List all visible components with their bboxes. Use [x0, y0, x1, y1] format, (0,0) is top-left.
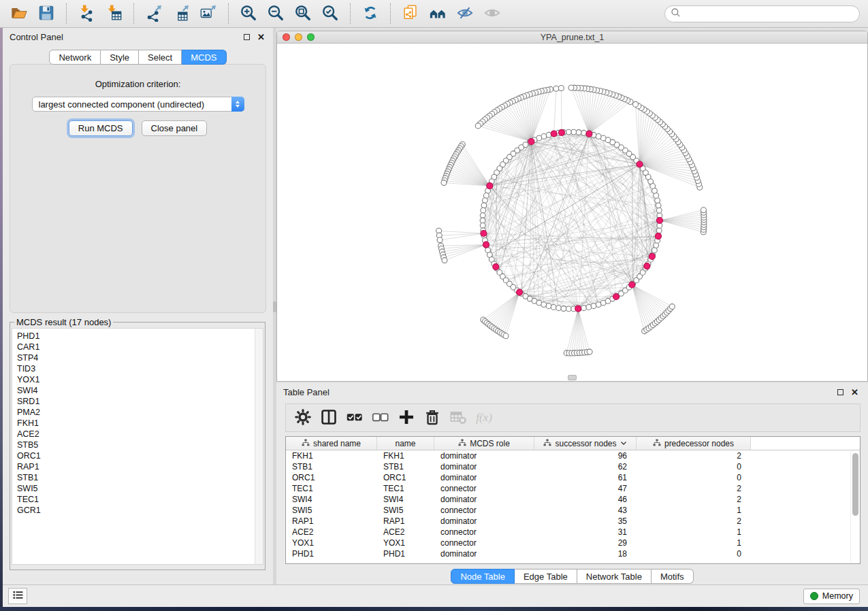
export-table-button[interactable]: [171, 3, 191, 24]
table-tab-network-table[interactable]: Network Table: [577, 569, 652, 584]
table-row[interactable]: PHD1PHD1dominator180: [286, 548, 860, 559]
circle-node[interactable]: [566, 129, 571, 135]
circle-node[interactable]: [656, 208, 662, 213]
mcds-result-item[interactable]: ACE2: [17, 429, 253, 440]
column-header-successor-nodes[interactable]: successor nodes: [534, 437, 637, 450]
deselect-all-columns-button[interactable]: [370, 408, 391, 428]
circle-node[interactable]: [561, 306, 566, 312]
satellite-node[interactable]: [441, 180, 447, 186]
circle-node[interactable]: [596, 134, 601, 139]
satellite-node[interactable]: [587, 349, 592, 354]
circle-node[interactable]: [586, 305, 592, 310]
export-image-button[interactable]: [198, 3, 219, 24]
mcds-list-scrollbar[interactable]: [255, 329, 263, 564]
table-row[interactable]: RAP1RAP1dominator352: [286, 516, 860, 527]
apply-layout-button[interactable]: [360, 3, 381, 24]
satellite-node[interactable]: [568, 85, 574, 90]
automation-panel-button[interactable]: [8, 588, 27, 604]
dominator-node[interactable]: [649, 253, 655, 259]
circle-node[interactable]: [481, 208, 486, 213]
mcds-result-item[interactable]: FKH1: [17, 418, 253, 429]
table-row[interactable]: STB1STB1dominator620: [286, 461, 860, 472]
tab-style[interactable]: Style: [101, 50, 139, 65]
table-row[interactable]: ORC1ORC1dominator610: [286, 472, 860, 483]
circle-node[interactable]: [581, 306, 587, 311]
circle-node[interactable]: [654, 243, 659, 248]
table-row[interactable]: FKH1FKH1dominator962: [286, 450, 860, 461]
table-row[interactable]: TEC1TEC1connector472: [286, 483, 860, 494]
mcds-result-item[interactable]: TID3: [17, 363, 253, 374]
dominator-node[interactable]: [483, 242, 489, 248]
dominator-node[interactable]: [493, 264, 499, 270]
network-from-selection-button[interactable]: [400, 3, 421, 24]
circle-node[interactable]: [480, 223, 485, 229]
circle-node[interactable]: [480, 213, 485, 218]
circle-node[interactable]: [581, 130, 587, 135]
import-network-button[interactable]: [76, 3, 97, 24]
zoom-out-button[interactable]: [266, 3, 286, 24]
dominator-node[interactable]: [644, 263, 650, 269]
dominator-node[interactable]: [517, 289, 523, 295]
export-network-button[interactable]: [144, 3, 164, 24]
mcds-result-item[interactable]: PMA2: [17, 407, 253, 418]
circle-node[interactable]: [481, 203, 487, 208]
dominator-node[interactable]: [629, 282, 635, 288]
dominator-node[interactable]: [551, 131, 557, 137]
satellite-node[interactable]: [633, 101, 639, 107]
mcds-result-item[interactable]: YOX1: [17, 374, 253, 385]
dominator-node[interactable]: [575, 306, 581, 312]
import-table-button[interactable]: [103, 3, 124, 24]
dominator-node[interactable]: [559, 129, 565, 135]
memory-button[interactable]: Memory: [803, 589, 860, 604]
delete-columns-button[interactable]: [422, 408, 443, 428]
table-tab-motifs[interactable]: Motifs: [652, 569, 694, 584]
mcds-result-item[interactable]: STB1: [17, 472, 253, 483]
dominator-node[interactable]: [657, 218, 663, 224]
zoom-in-button[interactable]: [238, 3, 259, 24]
circle-node[interactable]: [546, 303, 551, 309]
circle-node[interactable]: [483, 198, 488, 203]
circle-node[interactable]: [556, 306, 562, 311]
float-table-panel-icon[interactable]: [837, 389, 843, 395]
circle-node[interactable]: [656, 228, 662, 233]
column-header-MCDS-role[interactable]: MCDS role: [434, 437, 534, 450]
float-panel-icon[interactable]: [244, 34, 250, 40]
mcds-result-item[interactable]: SRD1: [17, 396, 253, 407]
close-panel-button[interactable]: Close panel: [142, 120, 208, 136]
satellite-node[interactable]: [437, 237, 443, 243]
close-panel-icon[interactable]: ✕: [257, 33, 265, 42]
satellite-node[interactable]: [558, 86, 564, 91]
first-neighbors-button[interactable]: [428, 3, 448, 24]
satellite-node[interactable]: [503, 333, 509, 339]
column-header-predecessor-nodes[interactable]: predecessor nodes: [637, 437, 751, 450]
tab-network[interactable]: Network: [49, 50, 101, 65]
dominator-node[interactable]: [481, 231, 487, 237]
table-settings-button[interactable]: [293, 408, 313, 428]
table-row[interactable]: YOX1YOX1connector291: [286, 538, 860, 548]
table-row[interactable]: SWI5SWI5connector431: [286, 505, 860, 516]
satellite-node[interactable]: [669, 304, 675, 310]
table-row[interactable]: SWI4SWI4dominator462: [286, 494, 860, 505]
table-row[interactable]: ACE2ACE2connector311: [286, 527, 860, 538]
circle-node[interactable]: [483, 193, 489, 199]
mcds-result-item[interactable]: STB5: [17, 440, 253, 450]
dominator-node[interactable]: [613, 294, 620, 300]
circle-node[interactable]: [576, 130, 581, 135]
satellite-node[interactable]: [475, 123, 481, 129]
network-canvas[interactable]: [277, 44, 867, 381]
table-scrollbar[interactable]: [850, 451, 859, 563]
circle-node[interactable]: [591, 303, 596, 309]
mcds-result-item[interactable]: STP4: [17, 352, 253, 363]
tab-mcds[interactable]: MCDS: [182, 50, 226, 65]
table-tab-edge-table[interactable]: Edge Table: [515, 569, 577, 584]
zoom-fit-button[interactable]: [293, 3, 313, 24]
select-all-columns-button[interactable]: [344, 408, 365, 428]
circle-node[interactable]: [566, 306, 571, 312]
column-header-name[interactable]: name: [377, 437, 434, 450]
close-table-panel-icon[interactable]: ✕: [851, 388, 858, 397]
column-header-shared-name[interactable]: shared name: [286, 437, 377, 450]
circle-node[interactable]: [541, 302, 547, 308]
mcds-result-item[interactable]: SWI5: [17, 483, 253, 494]
mcds-result-item[interactable]: PHD1: [17, 331, 253, 342]
circle-node[interactable]: [480, 218, 485, 223]
